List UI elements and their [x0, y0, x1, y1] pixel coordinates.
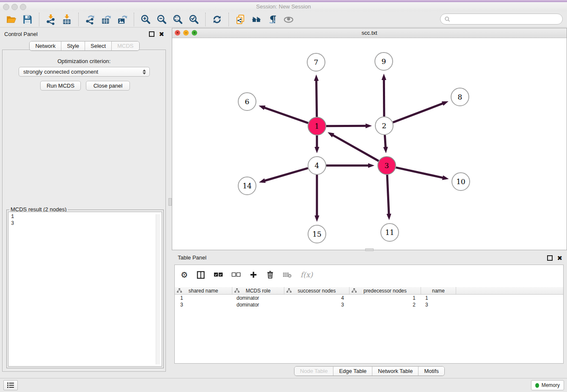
toolbar-separator [134, 13, 134, 26]
column-header-MCDS-role[interactable]: MCDS role [232, 287, 284, 294]
annotation-mode-button[interactable] [266, 13, 279, 26]
close-table-panel-icon[interactable]: ✖ [557, 256, 562, 261]
column-header-predecessor-nodes[interactable]: predecessor nodes [350, 287, 421, 294]
close-panel-icon[interactable]: ✖ [159, 32, 164, 37]
table-cell[interactable]: 4 [284, 295, 350, 301]
export-table-button[interactable] [100, 13, 113, 26]
show-graphics-details-button[interactable] [282, 13, 295, 26]
tab-motifs[interactable]: Motifs [418, 367, 444, 375]
zoom-out-button[interactable] [155, 13, 168, 26]
plus-icon [249, 271, 258, 279]
tab-edge-table[interactable]: Edge Table [333, 367, 372, 375]
columns-icon [196, 271, 205, 279]
table-row[interactable]: 3dominator323 [175, 301, 563, 308]
result-scrollbar[interactable] [156, 214, 160, 364]
graph-edge-4-14[interactable] [259, 168, 308, 183]
refresh-layout-button[interactable] [211, 13, 223, 26]
close-panel-button[interactable]: Close panel [86, 81, 130, 91]
graph-edge-3-1[interactable] [328, 132, 379, 161]
import-network-button[interactable] [44, 13, 57, 26]
search-input[interactable] [453, 16, 562, 23]
graph-edge-1-4[interactable] [314, 135, 319, 153]
column-header-successor-nodes[interactable]: successor nodes [284, 287, 350, 294]
node-label: 9 [382, 57, 386, 66]
memory-button[interactable]: Memory [531, 380, 564, 390]
horizontal-splitter-handle[interactable] [365, 248, 374, 251]
vertical-splitter-handle[interactable] [168, 198, 172, 206]
open-session-button[interactable] [5, 13, 18, 26]
graph-edge-1-7[interactable] [314, 75, 319, 117]
graph-edge-3-10[interactable] [396, 168, 449, 180]
add-row-button[interactable] [249, 271, 258, 279]
table-cell[interactable]: 3 [284, 301, 350, 308]
delete-table-button[interactable] [283, 271, 292, 278]
column-header-shared-name[interactable]: shared name [175, 287, 232, 294]
graph-node-3[interactable]: 3 [378, 157, 396, 174]
network-view-window: × – + scc.txt 1234678910111415 [172, 28, 567, 250]
graph-edge-2-3[interactable] [383, 135, 388, 153]
graph-node-4[interactable]: 4 [308, 157, 326, 174]
show-column-button[interactable] [196, 271, 205, 279]
float-table-panel-icon[interactable] [547, 255, 553, 261]
table-cell[interactable]: dominator [232, 301, 284, 308]
home-button[interactable] [250, 13, 263, 26]
graph-node-14[interactable]: 14 [238, 177, 256, 195]
zoom-selected-button[interactable] [187, 13, 200, 26]
table-cell[interactable]: 3 [175, 301, 232, 308]
run-mcds-button[interactable]: Run MCDS [40, 81, 81, 91]
table-row[interactable]: 1dominator411 [175, 295, 563, 301]
table-cell[interactable]: dominator [232, 295, 284, 301]
table-cell[interactable]: 1 [175, 295, 232, 301]
tab-select[interactable]: Select [85, 41, 111, 50]
export-network-button[interactable] [84, 13, 96, 26]
table-cell[interactable]: 3 [421, 301, 456, 308]
tab-node-table[interactable]: Node Table [295, 367, 333, 375]
zoom-in-button[interactable] [139, 13, 152, 26]
graph-node-8[interactable]: 8 [451, 88, 469, 106]
graph-edge-1-2[interactable] [326, 124, 372, 128]
graph-node-6[interactable]: 6 [238, 93, 256, 110]
graph-node-15[interactable]: 15 [308, 225, 326, 243]
zoom-fit-icon [172, 14, 183, 25]
graph-node-10[interactable]: 10 [452, 173, 470, 190]
tab-network[interactable]: Network [30, 41, 61, 50]
float-panel-icon[interactable] [149, 31, 154, 37]
sitemap-icon [177, 288, 182, 293]
graph-node-9[interactable]: 9 [375, 52, 393, 70]
network-canvas[interactable]: 1234678910111415 [172, 38, 567, 250]
optimization-dropdown[interactable]: strongly connected component [19, 67, 150, 77]
clone-network-button[interactable] [234, 13, 247, 26]
select-all-button[interactable] [214, 272, 223, 278]
graph-edge-1-6[interactable] [259, 105, 308, 123]
graph-edge-4-15[interactable] [314, 175, 319, 222]
function-builder-button[interactable]: f(x) [300, 271, 313, 279]
graph-edge-4-3[interactable] [326, 163, 374, 168]
tab-style[interactable]: Style [61, 41, 85, 50]
table-cell[interactable]: 1 [421, 295, 456, 301]
graph-node-7[interactable]: 7 [307, 53, 325, 71]
graph-edge-2-9[interactable] [382, 74, 386, 116]
tab-mcds[interactable]: MCDS [111, 41, 139, 50]
table-cell[interactable]: 2 [350, 301, 421, 308]
table-toolbar: ⚙ f(x) [175, 265, 563, 284]
export-image-button[interactable] [116, 13, 129, 26]
delete-row-button[interactable] [266, 271, 274, 279]
mcds-result-textarea[interactable]: 1 3 [8, 212, 162, 367]
column-header-name[interactable]: name [421, 287, 456, 294]
search-field[interactable] [440, 14, 563, 25]
tab-network-table[interactable]: Network Table [372, 367, 418, 375]
graph-node-11[interactable]: 11 [381, 224, 399, 241]
gear-icon: ⚙ [181, 271, 188, 279]
table-cell[interactable]: 1 [350, 295, 421, 301]
task-history-button[interactable] [3, 380, 18, 390]
graph-node-1[interactable]: 1 [308, 117, 326, 135]
export-network-icon [85, 14, 96, 25]
import-table-button[interactable] [61, 13, 73, 26]
save-session-button[interactable] [21, 13, 34, 26]
graph-edge-3-11[interactable] [386, 175, 391, 220]
table-settings-button[interactable]: ⚙ [181, 271, 188, 279]
zoom-fit-button[interactable] [171, 13, 184, 26]
deselect-all-button[interactable] [231, 272, 241, 278]
graph-edge-2-8[interactable] [393, 101, 449, 122]
graph-node-2[interactable]: 2 [375, 117, 393, 135]
